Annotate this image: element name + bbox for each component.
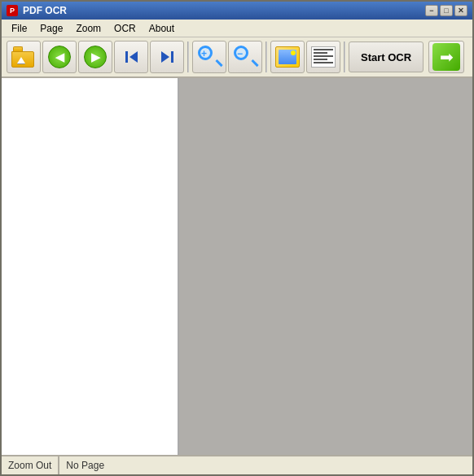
zoom-out-button[interactable]: − [228,41,262,73]
title-bar: P PDF OCR − □ ✕ [2,2,472,20]
menu-ocr[interactable]: OCR [108,21,143,36]
forward-button[interactable]: ▶ [78,41,112,73]
folder-open-icon [11,46,36,68]
last-page-button[interactable] [150,41,184,73]
main-view-panel [179,78,472,455]
zoom-out-icon: − [234,46,257,68]
app-icon: P [7,5,18,16]
minimize-button[interactable]: − [425,5,438,16]
menu-file[interactable]: File [5,21,33,36]
zoom-status-label: Zoom Out [8,460,51,471]
menu-bar: File Page Zoom OCR About [2,20,472,37]
arrow-back-icon: ◀ [48,46,71,68]
maximize-button[interactable]: □ [440,5,453,16]
first-page-icon [121,46,142,68]
text-icon [311,46,336,68]
separator-1 [187,41,189,72]
back-button[interactable]: ◀ [42,41,77,73]
first-page-button[interactable] [114,41,148,73]
menu-zoom[interactable]: Zoom [69,21,108,36]
close-button[interactable]: ✕ [454,5,467,16]
arrow-next-icon: ➡ [432,43,460,71]
image-icon [275,46,300,68]
arrow-forward-icon: ▶ [84,46,107,68]
zoom-in-button[interactable]: + [192,41,226,73]
zoom-status: Zoom Out [2,456,59,474]
status-bar: Zoom Out No Page [2,455,472,474]
thumbnail-panel [2,78,179,455]
menu-page[interactable]: Page [33,21,69,36]
page-status-label: No Page [66,460,104,471]
page-status: No Page [59,456,111,474]
window-controls: − □ ✕ [425,5,467,16]
separator-3 [344,41,345,72]
menu-about[interactable]: About [143,21,181,36]
image-view-button[interactable] [270,41,305,73]
last-page-icon [156,46,178,68]
open-button[interactable] [7,41,41,73]
content-area [2,78,472,455]
separator-2 [266,41,267,72]
toolbar: ◀ ▶ + [2,37,472,78]
main-window: P PDF OCR − □ ✕ File Page Zoom OCR About… [0,0,474,476]
next-arrow-button[interactable]: ➡ [428,41,464,73]
start-ocr-button[interactable]: Start OCR [349,41,424,72]
zoom-in-icon: + [198,46,221,68]
window-title: PDF OCR [23,5,425,16]
text-view-button[interactable] [306,41,340,73]
